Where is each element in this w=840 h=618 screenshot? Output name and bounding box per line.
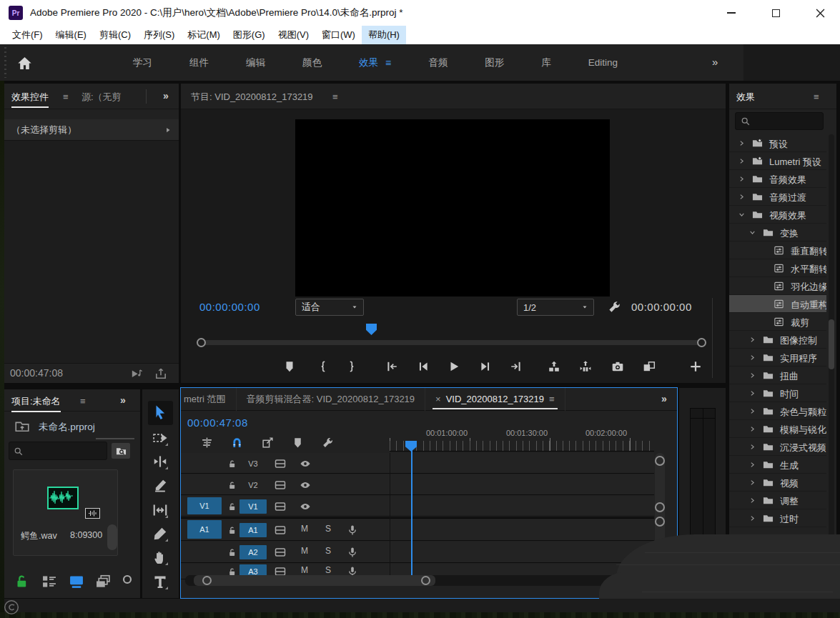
effects-search-input[interactable] bbox=[735, 112, 824, 130]
track-name-toggle[interactable]: V3 bbox=[239, 457, 267, 471]
mark-in-button[interactable] bbox=[315, 359, 331, 374]
effects-tree-item[interactable]: 过时 bbox=[729, 509, 826, 527]
menu-item-2[interactable]: 剪辑(C) bbox=[93, 26, 137, 44]
timeline-wrench-button[interactable] bbox=[320, 435, 335, 449]
lock-open-icon[interactable] bbox=[227, 459, 237, 469]
menu-item-8[interactable]: 帮助(H) bbox=[362, 26, 406, 44]
track-name-toggle[interactable]: A1 bbox=[239, 523, 267, 537]
chevron-right-icon[interactable] bbox=[749, 408, 756, 414]
track-name-toggle[interactable]: A2 bbox=[239, 545, 267, 559]
workspace-overflow-chevron[interactable]: » bbox=[712, 56, 716, 68]
tool-ripple-edit[interactable] bbox=[152, 454, 169, 471]
track-name-toggle[interactable]: V2 bbox=[239, 478, 267, 492]
menu-item-4[interactable]: 标记(M) bbox=[181, 26, 227, 44]
solo-button[interactable]: S bbox=[325, 546, 331, 556]
panel-overflow-chevron[interactable]: » bbox=[163, 90, 167, 101]
chevron-right-icon[interactable] bbox=[749, 337, 756, 343]
tool-hand[interactable] bbox=[152, 549, 169, 567]
home-icon[interactable] bbox=[17, 56, 32, 71]
workspace-tab-0[interactable]: 学习 bbox=[114, 44, 171, 81]
folder-search-button[interactable] bbox=[112, 443, 130, 459]
track-output-icon[interactable] bbox=[275, 501, 286, 512]
panel-menu-icon[interactable]: ≡ bbox=[814, 91, 819, 102]
chevron-right-icon[interactable] bbox=[749, 462, 756, 468]
solo-button[interactable]: S bbox=[325, 565, 331, 575]
source-patch[interactable]: V1 bbox=[187, 497, 222, 514]
solo-button[interactable]: S bbox=[325, 524, 331, 534]
chevron-right-icon[interactable] bbox=[749, 497, 756, 504]
program-playhead[interactable] bbox=[366, 324, 377, 335]
extract-button[interactable] bbox=[578, 359, 593, 374]
effects-tree-item[interactable]: 变换 bbox=[729, 224, 826, 241]
zoom-knob-button[interactable] bbox=[122, 574, 139, 591]
audio-clip-thumbnail[interactable] bbox=[47, 487, 79, 509]
effects-tree-item[interactable]: 羽化边缘 bbox=[729, 277, 826, 295]
effects-tree-item[interactable]: 扭曲 bbox=[729, 367, 826, 384]
snap-button[interactable] bbox=[229, 435, 244, 449]
export-frame-button[interactable] bbox=[610, 359, 626, 374]
effects-tree-item[interactable]: 垂直翻转 bbox=[729, 241, 826, 259]
effects-tree-item[interactable]: 沉浸式视频 bbox=[729, 438, 826, 456]
track-name-toggle[interactable]: V1 bbox=[239, 499, 267, 514]
effects-tree-item[interactable]: 视频 bbox=[729, 474, 826, 492]
tab-effect-controls[interactable]: 效果控件 bbox=[11, 91, 49, 104]
h-scroll-handle-left[interactable] bbox=[202, 576, 212, 585]
drag-handle[interactable] bbox=[4, 47, 6, 78]
menu-item-0[interactable]: 文件(F) bbox=[6, 26, 49, 44]
effects-tree-item[interactable]: 实用程序 bbox=[729, 349, 826, 367]
menu-item-1[interactable]: 编辑(E) bbox=[49, 26, 93, 44]
button-editor-button[interactable] bbox=[688, 359, 703, 374]
maximize-button[interactable] bbox=[759, 0, 792, 26]
close-tab-icon[interactable]: × bbox=[435, 394, 441, 404]
navigate-up-folder-icon[interactable] bbox=[14, 419, 30, 434]
program-scrollbar[interactable] bbox=[202, 340, 706, 345]
mute-button[interactable]: M bbox=[301, 565, 308, 575]
mute-button[interactable]: M bbox=[301, 546, 308, 556]
toggle-track-output-eye-icon[interactable] bbox=[300, 458, 311, 469]
workspace-tab-4[interactable]: 效果≡ bbox=[340, 44, 410, 81]
tool-selection[interactable] bbox=[152, 404, 169, 422]
step-back-button[interactable] bbox=[415, 359, 431, 374]
effects-tree-item[interactable]: 音频效果 bbox=[729, 170, 826, 188]
close-button[interactable] bbox=[804, 0, 836, 26]
comparison-view-button[interactable] bbox=[641, 359, 657, 374]
effects-tree-item[interactable]: 调整 bbox=[729, 492, 826, 509]
tool-slip[interactable] bbox=[152, 502, 169, 519]
lock-open-icon[interactable] bbox=[227, 481, 237, 490]
panel-menu-icon[interactable]: ≡ bbox=[63, 91, 69, 102]
effects-tree-item[interactable]: Lumetri 预设 bbox=[729, 152, 826, 170]
workspace-tab-1[interactable]: 组件 bbox=[171, 44, 227, 81]
chevron-right-icon[interactable] bbox=[749, 444, 756, 450]
workspace-tab-5[interactable]: 音频 bbox=[410, 44, 466, 81]
workspace-menu-icon[interactable]: ≡ bbox=[385, 57, 391, 69]
h-scroll-handle-right[interactable] bbox=[421, 576, 430, 585]
playback-resolution-dropdown[interactable]: 1/2 bbox=[517, 299, 594, 316]
toggle-track-output-eye-icon[interactable] bbox=[300, 479, 311, 491]
menu-item-3[interactable]: 序列(S) bbox=[137, 26, 181, 44]
chevron-right-icon[interactable] bbox=[749, 390, 756, 397]
workspace-tab-2[interactable]: 编辑 bbox=[227, 44, 284, 81]
settings-wrench-icon[interactable] bbox=[608, 300, 621, 314]
tool-pen[interactable] bbox=[152, 526, 169, 543]
effects-tree-item[interactable]: 预设 bbox=[729, 134, 826, 152]
card-scrollbar[interactable] bbox=[107, 524, 117, 550]
project-search-input[interactable] bbox=[9, 442, 107, 460]
clip-name[interactable]: 鳄鱼.wav bbox=[21, 530, 57, 542]
chevron-right-icon[interactable] bbox=[749, 426, 756, 432]
effects-tree-item[interactable]: 视频效果 bbox=[729, 206, 826, 224]
chevron-right-icon[interactable] bbox=[749, 515, 756, 522]
source-patch[interactable]: A1 bbox=[187, 520, 222, 539]
project-breadcrumb[interactable]: 未命名.prproj bbox=[39, 421, 95, 434]
v-scroll-handle-bottom[interactable] bbox=[655, 517, 665, 527]
workspace-tab-8[interactable]: Editing bbox=[570, 44, 636, 81]
lift-button[interactable] bbox=[546, 359, 562, 374]
list-view-button[interactable] bbox=[41, 574, 59, 591]
play-audio-icon[interactable] bbox=[130, 367, 143, 380]
timeline-tab-1[interactable]: 音频剪辑混合器: VID_20200812_173219 bbox=[237, 388, 426, 411]
mute-button[interactable]: M bbox=[301, 524, 308, 534]
track-output-icon[interactable] bbox=[275, 479, 286, 491]
panel-menu-icon[interactable]: ≡ bbox=[332, 91, 338, 102]
effects-tree-item[interactable]: 裁剪 bbox=[729, 313, 826, 331]
effects-tree-item[interactable]: 图像控制 bbox=[729, 331, 826, 349]
panel-overflow-chevron[interactable]: » bbox=[120, 394, 124, 406]
